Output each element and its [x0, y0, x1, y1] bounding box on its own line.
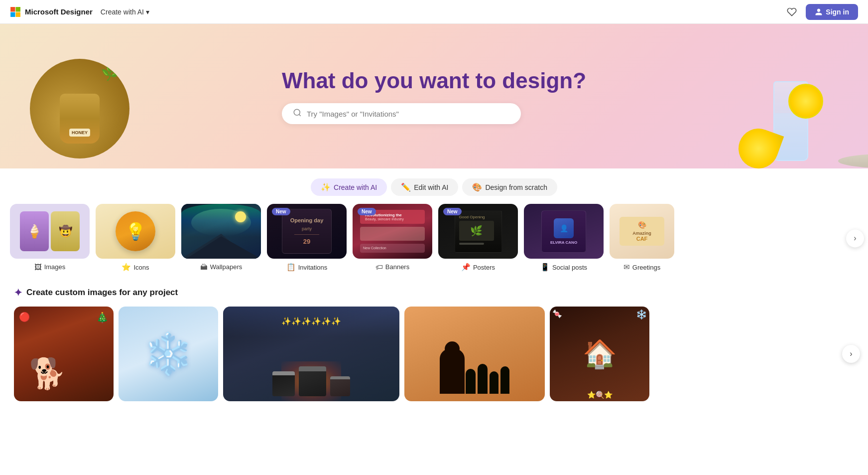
search-input[interactable] — [307, 110, 510, 118]
custom-image-gifts[interactable]: ✨✨✨✨✨✨ — [223, 307, 399, 401]
social-icon: 📱 — [540, 263, 550, 272]
hero-section: HONEY 🌿 What do you want to design? — [0, 24, 868, 168]
images-next-button[interactable]: › — [842, 345, 860, 363]
hero-title: What do you want to design? — [282, 68, 586, 93]
greetings-icon: ✉ — [623, 263, 630, 272]
categories-next-button[interactable]: › — [846, 229, 864, 247]
category-banners-label: 🏷 Banners — [375, 263, 409, 271]
tab-edit-ai[interactable]: ✏️ Edit with AI — [391, 178, 458, 196]
posters-icon: 📌 — [461, 263, 471, 272]
category-wallpapers-thumb — [181, 204, 261, 259]
chevron-right-icon: › — [850, 349, 852, 358]
category-posters[interactable]: New Good Opening 🌿 📌 Posters — [438, 204, 518, 272]
custom-image-silhouette[interactable] — [404, 307, 545, 401]
chevron-down-icon: ▾ — [146, 8, 149, 16]
sparkle-icon: ✨ — [321, 182, 331, 192]
invitations-icon: 📋 — [286, 263, 296, 272]
person-icon — [815, 8, 823, 16]
category-posters-thumb: New Good Opening 🌿 — [438, 204, 518, 259]
tab-create-ai-label: Create with AI — [334, 183, 377, 191]
custom-image-gingerbread[interactable]: 🏠 ❄️ 🍬 ⭐🍭⭐ — [550, 307, 649, 401]
category-invitations[interactable]: New Opening day party 29 📋 Invitations — [267, 204, 347, 272]
custom-image-snowflake[interactable]: ❄️ — [119, 307, 218, 401]
tab-create-ai[interactable]: ✨ Create with AI — [311, 178, 387, 196]
category-banners[interactable]: New Revolutionizing the Beauty, skincare… — [353, 204, 432, 271]
search-icon — [293, 108, 302, 119]
section-icon: ✦ — [14, 287, 22, 299]
category-wallpapers[interactable]: 🏔 Wallpapers — [181, 204, 261, 271]
sign-in-label: Sign in — [826, 8, 849, 16]
svg-point-4 — [294, 109, 300, 115]
custom-images-section: ✦ Create custom images for any project 🐕… — [0, 277, 868, 401]
category-icons-thumb: 💡 — [96, 204, 175, 259]
tab-edit-ai-label: Edit with AI — [414, 183, 448, 191]
favorites-icon-button[interactable] — [784, 4, 800, 20]
app-name: Microsoft Designer — [25, 7, 93, 16]
sign-in-button[interactable]: Sign in — [806, 4, 858, 20]
hero-content: What do you want to design? — [282, 68, 586, 124]
hero-search-bar[interactable] — [282, 103, 521, 124]
new-badge-banners: New — [358, 208, 376, 215]
nav-left: Microsoft Designer Create with AI ▾ — [10, 6, 153, 18]
categories-scroll: 🍦 🤠 🖼 Images 💡 ⭐ Icons — [10, 204, 858, 272]
navigation: Microsoft Designer Create with AI ▾ Sign… — [0, 0, 868, 24]
heart-icon — [787, 7, 797, 17]
category-wallpapers-label: 🏔 Wallpapers — [200, 263, 243, 271]
category-greetings-thumb: 🎨 Amazing CAF — [610, 204, 674, 259]
categories-section: 🍦 🤠 🖼 Images 💡 ⭐ Icons — [0, 204, 868, 277]
svg-rect-1 — [16, 7, 20, 11]
hero-left-image: HONEY 🌿 — [30, 39, 139, 168]
nav-right: Sign in — [784, 4, 858, 20]
category-social-label: 📱 Social posts — [540, 263, 587, 272]
nav-create-dropdown[interactable]: Create with AI ▾ — [97, 6, 153, 18]
tab-design-scratch[interactable]: 🎨 Design from scratch — [462, 178, 557, 196]
category-invitations-thumb: New Opening day party 29 — [267, 204, 347, 259]
category-invitations-label: 📋 Invitations — [286, 263, 328, 272]
category-icons-label: ⭐ Icons — [122, 263, 149, 272]
new-badge-invitations: New — [272, 208, 290, 215]
category-images-label: 🖼 Images — [34, 263, 66, 271]
new-badge-posters: New — [443, 208, 462, 215]
svg-rect-3 — [16, 12, 20, 16]
svg-rect-0 — [10, 7, 15, 11]
category-greetings[interactable]: 🎨 Amazing CAF ✉ Greetings — [610, 204, 674, 272]
tab-design-scratch-label: Design from scratch — [485, 183, 547, 191]
mode-tabs: ✨ Create with AI ✏️ Edit with AI 🎨 Desig… — [0, 168, 868, 204]
custom-images-grid: 🐕 🎄 🔴 ❄️ — [14, 307, 854, 401]
wallpaper-icon: 🏔 — [200, 263, 208, 271]
hero-right-image — [709, 49, 838, 168]
palette-icon: 🎨 — [472, 182, 482, 192]
custom-image-dog[interactable]: 🐕 🎄 🔴 — [14, 307, 114, 401]
chevron-right-icon: › — [854, 234, 856, 243]
category-social-thumb: 👤 ELVIRA CANO — [524, 204, 604, 259]
category-images-thumb: 🍦 🤠 — [10, 204, 90, 259]
category-banners-thumb: New Revolutionizing the Beauty, skincare… — [353, 204, 432, 259]
category-social[interactable]: 👤 ELVIRA CANO 📱 Social posts — [524, 204, 604, 272]
svg-rect-2 — [10, 12, 15, 16]
category-images[interactable]: 🍦 🤠 🖼 Images — [10, 204, 90, 271]
category-greetings-label: ✉ Greetings — [623, 263, 660, 272]
images-icon: 🖼 — [34, 263, 42, 271]
category-icons[interactable]: 💡 ⭐ Icons — [96, 204, 175, 272]
microsoft-logo-icon — [10, 6, 21, 17]
category-posters-label: 📌 Posters — [461, 263, 495, 272]
edit-icon: ✏️ — [401, 182, 411, 192]
icons-icon: ⭐ — [122, 263, 131, 272]
section-title: ✦ Create custom images for any project — [14, 287, 854, 299]
nav-dropdown-label: Create with AI — [101, 8, 144, 16]
section-title-text: Create custom images for any project — [26, 288, 178, 298]
banners-icon: 🏷 — [375, 263, 383, 271]
